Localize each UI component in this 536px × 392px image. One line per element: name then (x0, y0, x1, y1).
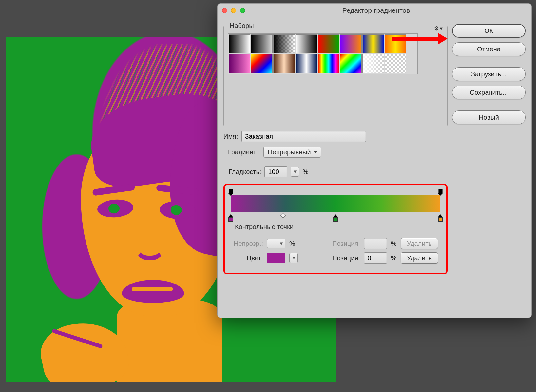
opacity-stop[interactable] (437, 189, 443, 195)
presets-group: Наборы ⚙▾ (223, 22, 448, 126)
gradient-edit-area: Контрольные точки Непрозр.: % Позиция: %… (223, 184, 448, 274)
stops-group: Контрольные точки Непрозр.: % Позиция: %… (229, 223, 442, 268)
midpoint-handle[interactable] (280, 213, 286, 218)
opacity-value (267, 239, 285, 248)
opacity-unit: % (289, 240, 295, 247)
gradient-bar[interactable] (231, 195, 440, 212)
opacity-delete-button: Удалить (401, 238, 438, 249)
color-label: Цвет: (233, 254, 263, 262)
dialog-title: Редактор градиентов (245, 7, 507, 14)
cancel-button[interactable]: Отмена (452, 42, 526, 56)
name-input[interactable] (241, 131, 366, 142)
color-stop[interactable] (228, 214, 234, 222)
preset-swatch[interactable] (251, 34, 273, 53)
preset-swatch[interactable] (362, 34, 384, 53)
opacity-row: Непрозр.: % Позиция: % Удалить (233, 238, 438, 249)
preset-swatch[interactable] (318, 34, 339, 53)
presets-menu-button[interactable]: ⚙▾ (434, 25, 443, 32)
opacity-label: Непрозр.: (233, 240, 263, 247)
minimize-icon[interactable] (231, 8, 236, 13)
opacity-pos-unit: % (391, 240, 397, 247)
color-stop[interactable] (333, 214, 338, 222)
presets-legend: Наборы (228, 22, 256, 29)
close-icon[interactable] (222, 8, 227, 13)
gradient-type-select[interactable]: Непрерывный (263, 147, 321, 158)
preset-swatch[interactable] (385, 54, 406, 73)
ok-button[interactable]: ОК (452, 24, 526, 38)
color-picker-dropdown[interactable] (289, 253, 298, 263)
preset-swatch[interactable] (362, 54, 384, 73)
gear-icon: ⚙ (434, 25, 439, 32)
gradient-type-group: Градиент: Непрерывный (223, 147, 448, 162)
gradient-type-label: Градиент: (228, 148, 258, 156)
color-pos-input[interactable] (364, 252, 387, 264)
dialog-buttons: ОК Отмена Загрузить... Сохранить... Новы… (452, 22, 526, 312)
preset-swatch[interactable] (273, 54, 295, 73)
color-swatch[interactable] (267, 253, 285, 263)
color-delete-button[interactable]: Удалить (401, 252, 438, 264)
new-button[interactable]: Новый (452, 110, 526, 124)
opacity-pos-input (364, 238, 387, 249)
gradient-editor-dialog: Редактор градиентов Наборы ⚙▾ (217, 3, 532, 318)
smoothness-unit: % (302, 168, 308, 176)
preset-swatch[interactable] (296, 34, 317, 53)
color-row: Цвет: Позиция: % Удалить (233, 252, 438, 264)
smoothness-input[interactable] (264, 166, 287, 177)
preset-swatch[interactable] (229, 34, 250, 53)
name-row: Имя: (223, 131, 448, 142)
preset-swatch[interactable] (340, 54, 362, 73)
color-stop[interactable] (437, 214, 443, 222)
load-button[interactable]: Загрузить... (452, 67, 526, 81)
preset-swatch[interactable] (385, 34, 406, 53)
preset-swatch[interactable] (296, 54, 317, 73)
preset-swatch[interactable] (251, 54, 273, 73)
save-button[interactable]: Сохранить... (452, 86, 526, 99)
name-label: Имя: (223, 133, 238, 140)
smoothness-label: Гладкость: (229, 168, 261, 176)
smoothness-row: Гладкость: % (229, 166, 448, 177)
preset-swatch[interactable] (340, 34, 362, 53)
stops-legend: Контрольные точки (233, 223, 296, 231)
window-controls (222, 8, 245, 13)
preset-swatch[interactable] (229, 54, 250, 73)
opacity-stop[interactable] (228, 189, 234, 195)
titlebar: Редактор градиентов (218, 4, 531, 17)
preset-swatch[interactable] (273, 34, 295, 53)
zoom-icon[interactable] (240, 8, 245, 13)
opacity-pos-label: Позиция: (332, 240, 360, 247)
presets-list[interactable] (228, 33, 418, 74)
color-pos-unit: % (391, 254, 397, 262)
gradient-preview (231, 195, 440, 212)
preset-swatch[interactable] (318, 54, 339, 73)
smoothness-stepper[interactable] (291, 167, 299, 177)
color-pos-label: Позиция: (332, 254, 360, 262)
